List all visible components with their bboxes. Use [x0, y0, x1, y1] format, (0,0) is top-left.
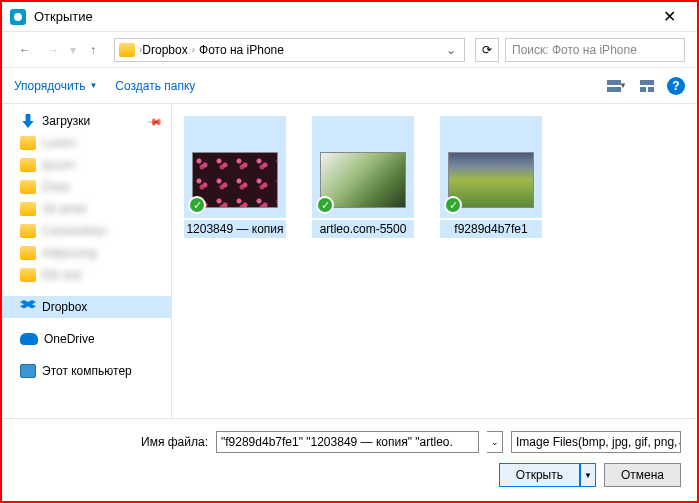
dialog-footer: Имя файла: "f9289d4b7fe1" "1203849 — коп…	[2, 418, 697, 501]
tree-label: Lorem	[42, 136, 76, 150]
tree-label: OneDrive	[44, 332, 95, 346]
folder-icon	[20, 246, 36, 260]
toolbar: Упорядочить ▼ Создать папку ▼ ?	[2, 68, 697, 104]
image-preview	[192, 152, 278, 208]
navbar: ← → ▾ ↑ › Dropbox › Фото на iPhone ⌄ ⟳ П…	[2, 32, 697, 68]
sync-check-icon: ✓	[444, 196, 462, 214]
onedrive-icon	[20, 333, 38, 345]
thumbnail: ✓	[184, 116, 286, 218]
help-icon[interactable]: ?	[667, 77, 685, 95]
address-bar[interactable]: › Dropbox › Фото на iPhone ⌄	[114, 38, 465, 62]
file-name: artleo.com-5500	[312, 220, 414, 238]
chevron-right-icon: ›	[192, 44, 195, 55]
filename-input[interactable]: "f9289d4b7fe1" "1203849 — копия" "artleo…	[216, 431, 479, 453]
tree-item[interactable]: Adipiscing	[2, 242, 171, 264]
address-dropdown[interactable]: ⌄	[442, 43, 460, 57]
folder-icon	[20, 268, 36, 282]
sync-check-icon: ✓	[188, 196, 206, 214]
folder-icon	[119, 43, 135, 57]
file-grid[interactable]: ✓ 1203849 — копия ✓ artleo.com-5500 ✓ f9…	[172, 104, 697, 418]
back-button[interactable]: ←	[14, 39, 36, 61]
file-item[interactable]: ✓ 1203849 — копия	[184, 116, 286, 238]
nav-tree[interactable]: Загрузки 📌 Lorem Ipsum Dolor Sit amet Co…	[2, 104, 172, 418]
thumbnail: ✓	[440, 116, 542, 218]
titlebar: Открытие ✕	[2, 2, 697, 32]
image-preview	[448, 152, 534, 208]
file-name: f9289d4b7fe1	[440, 220, 542, 238]
file-item[interactable]: ✓ artleo.com-5500	[312, 116, 414, 238]
cancel-label: Отмена	[621, 468, 664, 482]
search-input[interactable]: Поиск: Фото на iPhone	[505, 38, 685, 62]
window-title: Открытие	[34, 9, 649, 24]
tree-item-downloads[interactable]: Загрузки 📌	[2, 110, 171, 132]
tree-item[interactable]: Elit sed	[2, 264, 171, 286]
folder-icon	[20, 136, 36, 150]
file-item[interactable]: ✓ f9289d4b7fe1	[440, 116, 542, 238]
organize-label: Упорядочить	[14, 79, 85, 93]
filetype-filter[interactable]: Image Files(bmp, jpg, gif, png, ⌄	[511, 431, 681, 453]
app-icon	[10, 9, 26, 25]
filename-label: Имя файла:	[18, 435, 208, 449]
download-icon	[20, 114, 36, 128]
dropbox-icon	[20, 300, 36, 314]
tree-label: Ipsum	[42, 158, 75, 172]
dialog-body: Загрузки 📌 Lorem Ipsum Dolor Sit amet Co…	[2, 104, 697, 418]
tree-label: Adipiscing	[42, 246, 97, 260]
close-icon[interactable]: ✕	[649, 2, 689, 32]
new-folder-label: Создать папку	[115, 79, 195, 93]
tree-item[interactable]: Ipsum	[2, 154, 171, 176]
computer-icon	[20, 364, 36, 378]
refresh-button[interactable]: ⟳	[475, 38, 499, 62]
tree-label: Dropbox	[42, 300, 87, 314]
cancel-button[interactable]: Отмена	[604, 463, 681, 487]
pin-icon: 📌	[147, 113, 163, 129]
open-dialog: Открытие ✕ ← → ▾ ↑ › Dropbox › Фото на i…	[0, 0, 699, 503]
tree-item-computer[interactable]: Этот компьютер	[2, 360, 171, 382]
thumbnail: ✓	[312, 116, 414, 218]
chevron-down-icon: ⌄	[677, 437, 681, 447]
image-preview	[320, 152, 406, 208]
breadcrumb: Dropbox › Фото на iPhone	[142, 43, 442, 57]
filename-dropdown[interactable]: ⌄	[487, 431, 503, 453]
view-mode-button[interactable]: ▼	[607, 76, 627, 96]
sync-check-icon: ✓	[316, 196, 334, 214]
folder-icon	[20, 180, 36, 194]
tree-label: Загрузки	[42, 114, 90, 128]
tree-item[interactable]: Dolor	[2, 176, 171, 198]
nav-separator: ▾	[70, 43, 76, 57]
filter-label: Image Files(bmp, jpg, gif, png,	[516, 435, 677, 449]
tree-label: Elit sed	[42, 268, 81, 282]
open-split-button[interactable]: ▼	[580, 463, 596, 487]
tree-item-onedrive[interactable]: OneDrive	[2, 328, 171, 350]
tree-label: Sit amet	[42, 202, 86, 216]
file-name: 1203849 — копия	[184, 220, 286, 238]
organize-button[interactable]: Упорядочить ▼	[14, 79, 97, 93]
folder-icon	[20, 202, 36, 216]
chevron-down-icon: ▼	[89, 81, 97, 90]
forward-button: →	[42, 39, 64, 61]
preview-pane-button[interactable]	[637, 76, 657, 96]
tree-item[interactable]: Consectetur	[2, 220, 171, 242]
tree-label: Этот компьютер	[42, 364, 132, 378]
tree-item[interactable]: Sit amet	[2, 198, 171, 220]
breadcrumb-seg[interactable]: Dropbox	[142, 43, 187, 57]
open-label: Открыть	[516, 468, 563, 482]
folder-icon	[20, 224, 36, 238]
tree-label: Dolor	[42, 180, 71, 194]
tree-item[interactable]: Lorem	[2, 132, 171, 154]
tree-item-dropbox[interactable]: Dropbox	[2, 296, 171, 318]
folder-icon	[20, 158, 36, 172]
up-button[interactable]: ↑	[82, 39, 104, 61]
new-folder-button[interactable]: Создать папку	[115, 79, 195, 93]
open-button[interactable]: Открыть	[499, 463, 580, 487]
tree-label: Consectetur	[42, 224, 107, 238]
breadcrumb-seg[interactable]: Фото на iPhone	[199, 43, 284, 57]
